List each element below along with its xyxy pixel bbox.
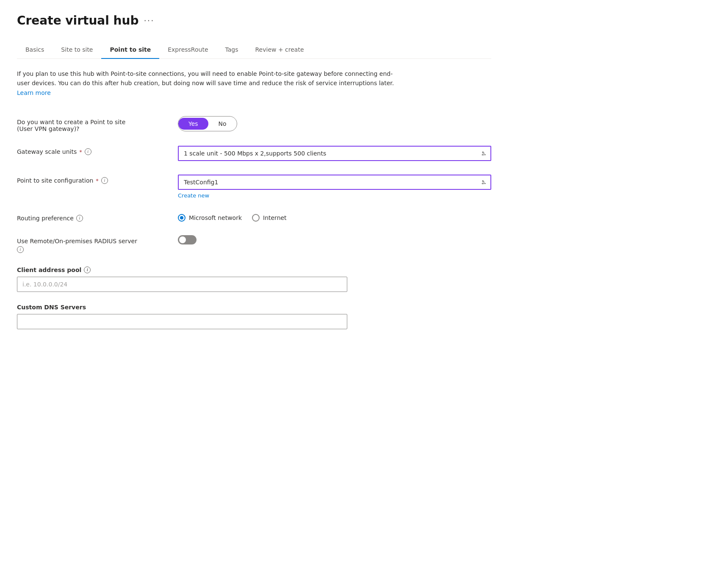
radius-label-col: Use Remote/On-premises RADIUS server i — [17, 235, 178, 253]
create-p2s-label-col: Do you want to create a Point to site (U… — [17, 116, 178, 132]
gateway-scale-info-icon[interactable]: i — [85, 148, 91, 155]
tab-site-to-site[interactable]: Site to site — [53, 41, 101, 59]
routing-preference-label: Routing preference i — [17, 215, 168, 222]
custom-dns-input[interactable] — [17, 314, 347, 329]
routing-radio-group: Microsoft network Internet — [178, 212, 491, 222]
p2s-config-label-col: Point to site configuration * i — [17, 175, 178, 184]
required-star: * — [79, 149, 82, 155]
internet-label: Internet — [263, 214, 287, 221]
p2s-config-dropdown-wrapper: TestConfig1 ⦩ — [178, 175, 491, 190]
p2s-config-select[interactable]: TestConfig1 — [178, 175, 491, 190]
no-button[interactable]: No — [208, 118, 237, 130]
microsoft-network-radio[interactable] — [178, 214, 185, 222]
radius-info-icon[interactable]: i — [17, 246, 24, 253]
p2s-config-row: Point to site configuration * i TestConf… — [17, 168, 491, 206]
p2s-config-info-icon[interactable]: i — [101, 177, 108, 184]
create-p2s-label: Do you want to create a Point to site (U… — [17, 119, 168, 132]
toggle-knob — [179, 236, 186, 243]
tab-basics[interactable]: Basics — [17, 41, 53, 59]
required-star-2: * — [96, 178, 99, 184]
client-pool-heading: Client address pool i — [17, 267, 491, 273]
yes-button[interactable]: Yes — [178, 118, 208, 130]
tab-review-create[interactable]: Review + create — [247, 41, 313, 59]
page-title: Create virtual hub — [17, 14, 139, 28]
internet-option[interactable]: Internet — [252, 214, 287, 222]
tab-point-to-site[interactable]: Point to site — [101, 41, 159, 59]
yes-no-toggle[interactable]: Yes No — [178, 116, 237, 131]
tab-tags[interactable]: Tags — [217, 41, 247, 59]
description-text: If you plan to use this hub with Point-t… — [17, 69, 398, 97]
routing-preference-row: Routing preference i Microsoft network I… — [17, 206, 491, 228]
p2s-config-label: Point to site configuration * i — [17, 177, 168, 184]
create-p2s-row: Do you want to create a Point to site (U… — [17, 109, 491, 139]
tab-bar: Basics Site to site Point to site Expres… — [17, 41, 491, 59]
internet-radio[interactable] — [252, 214, 260, 222]
gateway-scale-label: Gateway scale units * i — [17, 148, 168, 155]
routing-preference-control: Microsoft network Internet — [178, 212, 491, 222]
p2s-config-control: TestConfig1 ⦩ Create new — [178, 175, 491, 199]
page-title-row: Create virtual hub ··· — [17, 14, 491, 28]
client-address-pool-input[interactable] — [17, 277, 347, 292]
microsoft-network-option[interactable]: Microsoft network — [178, 214, 242, 222]
radius-control — [178, 235, 491, 244]
more-options-icon[interactable]: ··· — [144, 16, 155, 26]
routing-info-icon[interactable]: i — [76, 215, 83, 222]
client-pool-info-icon[interactable]: i — [84, 267, 91, 273]
routing-preference-label-col: Routing preference i — [17, 212, 178, 222]
microsoft-network-label: Microsoft network — [189, 214, 242, 221]
radius-label: Use Remote/On-premises RADIUS server i — [17, 238, 168, 253]
create-new-link[interactable]: Create new — [178, 192, 209, 199]
create-p2s-control: Yes No — [178, 116, 491, 131]
client-address-pool-section: Client address pool i — [17, 263, 491, 292]
custom-dns-heading: Custom DNS Servers — [17, 304, 491, 311]
gateway-scale-dropdown-wrapper: 1 scale unit - 500 Mbps x 2,supports 500… — [178, 146, 491, 161]
gateway-scale-row: Gateway scale units * i 1 scale unit - 5… — [17, 139, 491, 168]
radius-toggle-switch[interactable] — [178, 235, 197, 244]
tab-expressroute[interactable]: ExpressRoute — [159, 41, 216, 59]
radio-inner-dot — [180, 216, 183, 219]
learn-more-link[interactable]: Learn more — [17, 89, 51, 96]
gateway-scale-select[interactable]: 1 scale unit - 500 Mbps x 2,supports 500… — [178, 146, 491, 161]
radius-row: Use Remote/On-premises RADIUS server i — [17, 228, 491, 260]
custom-dns-section: Custom DNS Servers — [17, 300, 491, 329]
gateway-scale-control: 1 scale unit - 500 Mbps x 2,supports 500… — [178, 146, 491, 161]
gateway-scale-label-col: Gateway scale units * i — [17, 146, 178, 155]
form-section: Do you want to create a Point to site (U… — [17, 109, 491, 329]
